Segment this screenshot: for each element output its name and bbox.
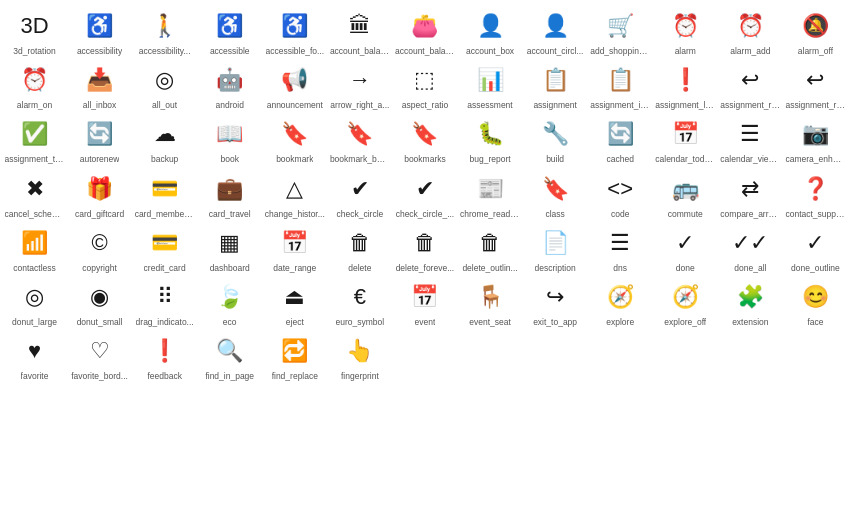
icon-cell-feedback[interactable]: ❗feedback <box>132 329 197 383</box>
icon-cell-find_replace[interactable]: 🔁find_replace <box>262 329 327 383</box>
icon-cell-description[interactable]: 📄description <box>523 221 588 275</box>
icon-cell-done_all[interactable]: ✓✓done_all <box>718 221 783 275</box>
icon-cell-eject[interactable]: ⏏eject <box>262 275 327 329</box>
icon-cell-3d_rotation[interactable]: 3D3d_rotation <box>2 4 67 58</box>
icon-cell-card_membership[interactable]: 💳card_membersh... <box>132 167 197 221</box>
icon-cell-contact_support[interactable]: ❓contact_suppo... <box>783 167 848 221</box>
icon-cell-alarm[interactable]: ⏰alarm <box>653 4 718 58</box>
icon-cell-check_circle_outline[interactable]: ✔check_circle_... <box>392 167 457 221</box>
icon-cell-alarm_add[interactable]: ⏰alarm_add <box>718 4 783 58</box>
icon-cell-assignment_return[interactable]: ↩assignment_re... <box>718 58 783 112</box>
icon-cell-dns[interactable]: ☰dns <box>588 221 653 275</box>
icon-cell-assignment_turned_in[interactable]: ✅assignment_tu... <box>2 112 67 166</box>
icon-cell-date_range[interactable]: 📅date_range <box>262 221 327 275</box>
icon-cell-contactless[interactable]: 📶contactless <box>2 221 67 275</box>
icon-cell-delete_outline[interactable]: 🗑delete_outlin... <box>458 221 523 275</box>
exit_to_app-icon: ↪ <box>537 279 573 315</box>
icon-cell-cached[interactable]: 🔄cached <box>588 112 653 166</box>
calendar_today-icon: 📅 <box>667 116 703 152</box>
icon-cell-extension[interactable]: 🧩extension <box>718 275 783 329</box>
icon-cell-check_circle[interactable]: ✔check_circle <box>327 167 392 221</box>
icon-cell-all_inbox[interactable]: 📥all_inbox <box>67 58 132 112</box>
find_replace-label: find_replace <box>272 371 318 381</box>
icon-cell-event_seat[interactable]: 🪑event_seat <box>458 275 523 329</box>
icon-cell-assignment_returned[interactable]: ↩assignment_re... <box>783 58 848 112</box>
icon-cell-camera_enhance[interactable]: 📷camera_enhanc... <box>783 112 848 166</box>
feedback-icon: ❗ <box>147 333 183 369</box>
icon-cell-calendar_view_day[interactable]: ☰calendar_view... <box>718 112 783 166</box>
icon-cell-find_in_page[interactable]: 🔍find_in_page <box>197 329 262 383</box>
icon-cell-accessible_forward[interactable]: ♿accessible_fo... <box>262 4 327 58</box>
icon-cell-class[interactable]: 🔖class <box>523 167 588 221</box>
icon-cell-commute[interactable]: 🚌commute <box>653 167 718 221</box>
icon-cell-donut_small[interactable]: ◉donut_small <box>67 275 132 329</box>
icon-cell-all_out[interactable]: ◎all_out <box>132 58 197 112</box>
icon-cell-fingerprint[interactable]: 👆fingerprint <box>327 329 392 383</box>
build-icon: 🔧 <box>537 116 573 152</box>
icon-cell-autorenew[interactable]: 🔄autorenew <box>67 112 132 166</box>
icon-cell-delete[interactable]: 🗑delete <box>327 221 392 275</box>
icon-cell-eco[interactable]: 🍃eco <box>197 275 262 329</box>
icon-cell-android[interactable]: 🤖android <box>197 58 262 112</box>
icon-cell-compare_arrows[interactable]: ⇄compare_arrow... <box>718 167 783 221</box>
icon-cell-bookmarks[interactable]: 🔖bookmarks <box>392 112 457 166</box>
icon-cell-cancel_schedule[interactable]: ✖cancel_schedu... <box>2 167 67 221</box>
icon-cell-assessment[interactable]: 📊assessment <box>458 58 523 112</box>
icon-cell-backup[interactable]: ☁backup <box>132 112 197 166</box>
icon-cell-exit_to_app[interactable]: ↪exit_to_app <box>523 275 588 329</box>
icon-cell-chrome_reader_mode[interactable]: 📰chrome_reader... <box>458 167 523 221</box>
icon-cell-dashboard[interactable]: ▦dashboard <box>197 221 262 275</box>
icon-cell-account_balance_wallet[interactable]: 👛account_balan... <box>392 4 457 58</box>
icon-cell-favorite_border[interactable]: ♡favorite_bord... <box>67 329 132 383</box>
icon-cell-credit_card[interactable]: 💳credit_card <box>132 221 197 275</box>
code-label: code <box>611 209 629 219</box>
icon-cell-face[interactable]: 😊face <box>783 275 848 329</box>
icon-cell-explore_off[interactable]: 🧭explore_off <box>653 275 718 329</box>
icon-cell-aspect_ratio[interactable]: ⬚aspect_ratio <box>392 58 457 112</box>
icon-cell-donut_large[interactable]: ◎donut_large <box>2 275 67 329</box>
icon-cell-copyright[interactable]: ©copyright <box>67 221 132 275</box>
event_seat-icon: 🪑 <box>472 279 508 315</box>
icon-cell-alarm_off[interactable]: 🔕alarm_off <box>783 4 848 58</box>
icon-cell-card_travel[interactable]: 💼card_travel <box>197 167 262 221</box>
card_membership-label: card_membersh... <box>135 209 195 219</box>
icon-cell-accessible[interactable]: ♿accessible <box>197 4 262 58</box>
icon-cell-done_outline[interactable]: ✓done_outline <box>783 221 848 275</box>
icon-cell-calendar_today[interactable]: 📅calendar_toda... <box>653 112 718 166</box>
icon-cell-alarm_on[interactable]: ⏰alarm_on <box>2 58 67 112</box>
icon-cell-assignment[interactable]: 📋assignment <box>523 58 588 112</box>
icon-cell-bug_report[interactable]: 🐛bug_report <box>458 112 523 166</box>
icon-cell-bookmark[interactable]: 🔖bookmark <box>262 112 327 166</box>
icon-cell-bookmark_border[interactable]: 🔖bookmark_bord... <box>327 112 392 166</box>
cached-label: cached <box>606 154 633 164</box>
icon-cell-change_history[interactable]: △change_histor... <box>262 167 327 221</box>
assignment_late-icon: ❗ <box>667 62 703 98</box>
icon-cell-explore[interactable]: 🧭explore <box>588 275 653 329</box>
icon-cell-accessibility[interactable]: ♿accessibility <box>67 4 132 58</box>
icon-cell-card_giftcard[interactable]: 🎁card_giftcard <box>67 167 132 221</box>
bug_report-label: bug_report <box>469 154 510 164</box>
icon-cell-code[interactable]: <>code <box>588 167 653 221</box>
icon-cell-book[interactable]: 📖book <box>197 112 262 166</box>
icon-cell-event[interactable]: 📅event <box>392 275 457 329</box>
icon-cell-drag_indicator[interactable]: ⠿drag_indicato... <box>132 275 197 329</box>
icon-cell-account_circle[interactable]: 👤account_circl... <box>523 4 588 58</box>
icon-cell-arrow_right_alt[interactable]: →arrow_right_a... <box>327 58 392 112</box>
assessment-icon: 📊 <box>472 62 508 98</box>
icon-cell-account_box[interactable]: 👤account_box <box>458 4 523 58</box>
icon-cell-assignment_ind[interactable]: 📋assignment_in... <box>588 58 653 112</box>
accessible_forward-label: accessible_fo... <box>266 46 325 56</box>
icon-cell-account_balance[interactable]: 🏛account_balan... <box>327 4 392 58</box>
commute-icon: 🚌 <box>667 171 703 207</box>
icon-cell-done[interactable]: ✓done <box>653 221 718 275</box>
icon-cell-accessibility_new[interactable]: 🚶accessibility... <box>132 4 197 58</box>
credit_card-icon: 💳 <box>147 225 183 261</box>
cancel_schedule-icon: ✖ <box>17 171 53 207</box>
icon-cell-add_shopping_cart[interactable]: 🛒add_shopping_... <box>588 4 653 58</box>
icon-cell-favorite[interactable]: ♥favorite <box>2 329 67 383</box>
icon-cell-delete_forever[interactable]: 🗑delete_foreve... <box>392 221 457 275</box>
icon-cell-euro_symbol[interactable]: €euro_symbol <box>327 275 392 329</box>
icon-cell-assignment_late[interactable]: ❗assignment_la... <box>653 58 718 112</box>
icon-cell-build[interactable]: 🔧build <box>523 112 588 166</box>
icon-cell-announcement[interactable]: 📢announcement <box>262 58 327 112</box>
